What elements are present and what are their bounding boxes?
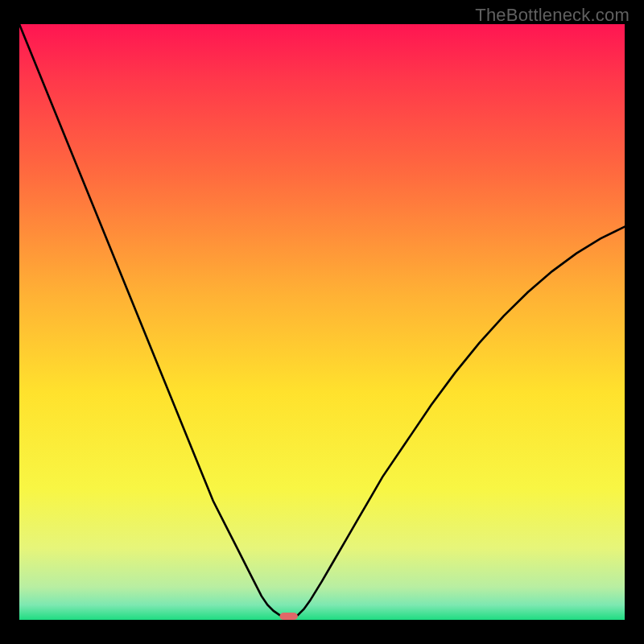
dip-marker <box>279 613 298 620</box>
watermark-text: TheBottleneck.com <box>475 5 630 26</box>
gradient-background <box>19 24 625 620</box>
bottleneck-chart <box>19 24 625 620</box>
chart-frame: TheBottleneck.com <box>0 0 644 644</box>
